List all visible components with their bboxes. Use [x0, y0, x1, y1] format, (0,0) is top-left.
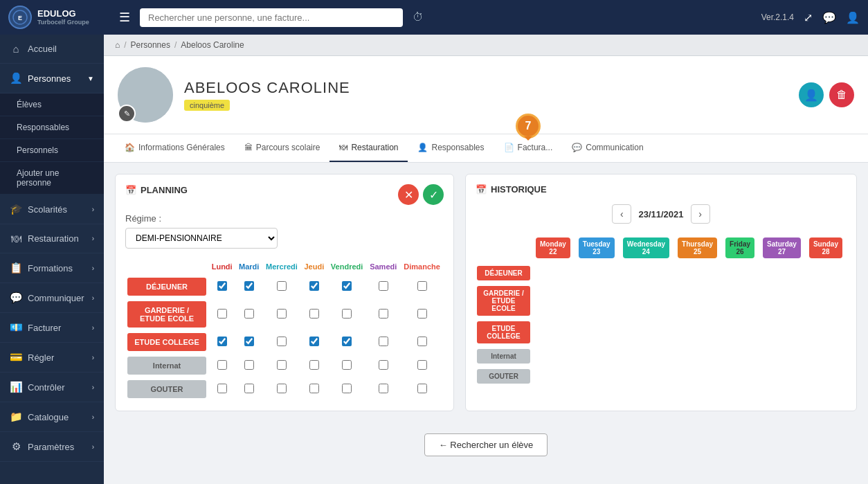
checkbox-etude-day2[interactable] — [277, 337, 287, 346]
checkbox-garderie-day0[interactable] — [217, 309, 227, 319]
history-icon[interactable]: ⏱ — [413, 11, 424, 24]
checkbox-gouter-day4[interactable] — [342, 384, 352, 393]
chevron-right-icon4: › — [92, 294, 94, 302]
checkbox-dejeuner-day5[interactable] — [379, 281, 388, 291]
checkbox-dejeuner-day1[interactable] — [244, 281, 254, 291]
sidebar-item-facturer[interactable]: 💶 Facturer › — [0, 313, 104, 343]
sidebar-label-responsables: Responsables — [17, 123, 69, 132]
checkbox-gouter-day1[interactable] — [244, 384, 254, 393]
checkbox-gouter-day3[interactable] — [309, 384, 319, 393]
hist-cell-dejeuner-day3 — [673, 264, 721, 284]
checkbox-dejeuner-day6[interactable] — [417, 281, 427, 291]
expand-icon[interactable]: ⤢ — [804, 11, 813, 24]
checkbox-garderie-day4[interactable] — [342, 309, 352, 319]
checkbox-internat-day4[interactable] — [342, 360, 352, 370]
hist-cell-dejeuner-day6 — [805, 264, 847, 284]
checkbox-garderie-day3[interactable] — [309, 309, 319, 319]
calendar-prev-button[interactable]: ‹ — [612, 204, 631, 224]
tab-informations[interactable]: 🏠 Informations Générales — [115, 134, 235, 162]
tab-communication-label: Communication — [586, 143, 643, 152]
checkbox-internat-day5[interactable] — [379, 360, 388, 370]
tab-responsables[interactable]: 👤 Responsables — [408, 134, 494, 162]
sidebar-label-catalogue: Catalogue — [28, 412, 69, 422]
hist-cell-gouter-day3 — [673, 367, 721, 387]
user-icon[interactable]: 👤 — [846, 11, 860, 24]
hist-meal-label-dejeuner: DÉJEUNER — [477, 266, 530, 280]
sidebar-item-formations[interactable]: 📋 Formations › — [0, 253, 104, 283]
tab-parcours[interactable]: 🏛 Parcours scolaire — [235, 134, 330, 162]
sidebar-item-regler[interactable]: 💳 Régler › — [0, 343, 104, 373]
hist-col-mon: Monday22 — [532, 232, 575, 264]
hist-cell-dejeuner-day0 — [532, 264, 575, 284]
checkbox-garderie-day6[interactable] — [417, 309, 427, 319]
checkbox-gouter-day2[interactable] — [277, 384, 287, 393]
col-mercredi: Mercredi — [262, 258, 301, 275]
hist-cell-etude-day6 — [805, 319, 847, 347]
hist-cell-gouter-day1 — [575, 367, 619, 387]
checkbox-etude-day6[interactable] — [417, 337, 427, 346]
breadcrumb: ⌂ / Personnes / Abeloos Caroline — [104, 35, 868, 56]
planning-cancel-button[interactable]: ✕ — [398, 184, 419, 205]
page-body: 📅 PLANNING ✕ ✓ Régime : DEMI-PENSIONNAIR… — [104, 163, 868, 422]
checkbox-dejeuner-day4[interactable] — [342, 281, 352, 291]
avatar-edit-button[interactable]: ✎ — [118, 105, 136, 123]
sidebar-item-ajouter[interactable]: Ajouter une personne — [0, 162, 104, 195]
planning-title: 📅 PLANNING — [125, 185, 188, 195]
col-samedi: Samedi — [366, 258, 400, 275]
tab-facturation[interactable]: 7 📄 Factura... — [494, 129, 563, 162]
hamburger-button[interactable]: ☰ — [119, 10, 130, 25]
checkbox-dejeuner-day2[interactable] — [277, 281, 287, 291]
breadcrumb-personnes[interactable]: Personnes — [131, 40, 170, 50]
sidebar-item-personnels[interactable]: Personnels — [0, 139, 104, 162]
profile-delete-button[interactable]: 🗑 — [829, 82, 854, 107]
hist-cell-internat-day2 — [619, 347, 673, 367]
sidebar-label-ajouter: Ajouter une personne — [17, 168, 94, 188]
checkbox-gouter-day6[interactable] — [417, 384, 427, 393]
checkbox-internat-day1[interactable] — [244, 360, 254, 370]
chevron-right-icon2: › — [92, 235, 94, 242]
sidebar-item-accueil[interactable]: ⌂ Accueil — [0, 35, 104, 64]
tab-communication[interactable]: 💬 Communication — [562, 134, 653, 162]
sidebar-item-communiquer[interactable]: 💬 Communiquer › — [0, 283, 104, 313]
checkbox-gouter-day0[interactable] — [217, 384, 227, 393]
planning-confirm-button[interactable]: ✓ — [423, 184, 444, 205]
checkbox-etude-day4[interactable] — [342, 337, 352, 346]
checkbox-gouter-day5[interactable] — [379, 384, 388, 393]
checkbox-etude-day1[interactable] — [244, 337, 254, 346]
profile-header: ✎ ABELOOS CAROLINE cinquième 👤 🗑 — [104, 56, 868, 134]
tab-info-icon: 🏠 — [125, 143, 135, 152]
checkbox-internat-day6[interactable] — [417, 360, 427, 370]
checkbox-internat-day0[interactable] — [217, 360, 227, 370]
checkbox-internat-day3[interactable] — [309, 360, 319, 370]
checkbox-garderie-day5[interactable] — [379, 309, 388, 319]
tab-restauration[interactable]: 🍽 Restauration — [329, 134, 408, 162]
search-input[interactable] — [140, 8, 403, 27]
sidebar-item-responsables[interactable]: Responsables — [0, 116, 104, 139]
regime-select[interactable]: DEMI-PENSIONNAIRE EXTERNE INTERNE — [125, 228, 278, 249]
profile-person-button[interactable]: 👤 — [799, 82, 824, 107]
controler-icon: 📊 — [10, 381, 22, 393]
sidebar-item-parametres[interactable]: ⚙ Paramètres › — [0, 432, 104, 462]
checkbox-etude-day0[interactable] — [217, 337, 227, 346]
checkbox-garderie-day1[interactable] — [244, 309, 254, 319]
sidebar-item-personnes[interactable]: 👤 Personnes ▼ — [0, 64, 104, 93]
search-student-button[interactable]: ← Rechercher un élève — [424, 433, 548, 456]
checkbox-etude-day5[interactable] — [379, 337, 388, 346]
sidebar-item-restauration[interactable]: 🍽 Restauration › — [0, 224, 104, 253]
checkbox-internat-day2[interactable] — [277, 360, 287, 370]
hist-cell-etude-day1 — [575, 319, 619, 347]
tab-facturation-icon: 📄 — [504, 143, 514, 152]
checkbox-garderie-day2[interactable] — [277, 309, 287, 319]
col-jeudi: Jeudi — [301, 258, 327, 275]
calendar-next-button[interactable]: › — [691, 204, 710, 224]
sidebar-item-catalogue[interactable]: 📁 Catalogue › — [0, 402, 104, 432]
checkbox-etude-day3[interactable] — [309, 337, 319, 346]
sidebar-item-eleves[interactable]: Élèves — [0, 93, 104, 116]
chat-icon[interactable]: 💬 — [822, 11, 836, 24]
profile-info: ABELOOS CAROLINE cinquième — [184, 79, 788, 111]
sidebar-item-controler[interactable]: 📊 Contrôler › — [0, 373, 104, 402]
checkbox-dejeuner-day3[interactable] — [309, 281, 319, 291]
sidebar-item-scolarites[interactable]: 🎓 Scolarités › — [0, 195, 104, 224]
checkbox-dejeuner-day0[interactable] — [217, 281, 227, 291]
hist-cell-gouter-day4 — [721, 367, 759, 387]
